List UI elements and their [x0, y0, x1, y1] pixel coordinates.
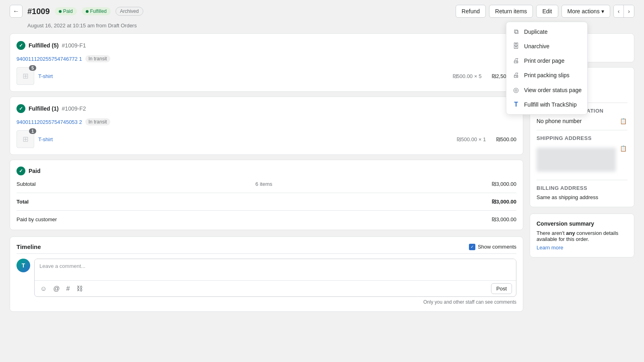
dropdown-item-view-status[interactable]: ◎ View order status page [506, 82, 587, 97]
show-comments-toggle[interactable]: ✓ Show comments [469, 244, 516, 250]
fulfillment-2-product-row: ⊞ 1 T-shirt ₪500.00 × 1 ₪500.00 [17, 130, 516, 148]
phone-number-text: No phone number [537, 118, 582, 124]
only-staff-note: Only you and other staff can see comment… [34, 299, 516, 305]
fulfilled-badge: Fulfilled [82, 7, 111, 15]
refund-button[interactable]: Refund [456, 5, 486, 18]
comment-box: ☺ @ # ⛓ Post [34, 259, 516, 297]
paid-by-customer-row: Paid by customer ₪3,000.00 [17, 216, 516, 223]
dropdown-item-print-packing[interactable]: 🖨 Print packing slips [506, 68, 587, 82]
back-button[interactable]: ← [10, 5, 23, 18]
fulfillment-2-ref: #1009-F2 [62, 105, 86, 112]
fulfillment-card-1: ✓ Fulfilled (5) #1009-F1 ··· 94001112025… [10, 33, 523, 92]
fulfillment-2-tracking-row: 940011120255754745053 2 In transit [17, 118, 516, 125]
fulfillment-1-title: Fulfilled (5) #1009-F1 [29, 42, 86, 49]
shipping-address-blurred [537, 148, 616, 172]
comment-toolbar: ☺ @ # ⛓ Post [35, 280, 516, 296]
fulfillment-1-product-row: ⊞ 5 T-shirt ₪500.00 × 5 ₪2,500.00 [17, 67, 516, 85]
dropdown-item-trackship[interactable]: T Fullfill with TrackShip [506, 97, 587, 112]
comment-input[interactable] [35, 259, 516, 279]
top-bar-actions: Refund Return items Edit More actions ▾ … [456, 5, 634, 18]
user-avatar: T [17, 259, 30, 272]
fulfillment-1-product-info: T-shirt [38, 73, 449, 79]
timeline-header: Timeline ✓ Show comments [17, 243, 516, 254]
return-items-button[interactable]: Return items [489, 5, 533, 18]
fulfillment-2-product-thumb: ⊞ 1 [17, 130, 34, 148]
next-order-button[interactable]: › [624, 5, 634, 17]
fulfillment-1-tracking-row: 940011120255754746772 1 In transit [17, 55, 516, 62]
edit-button[interactable]: Edit [536, 5, 558, 18]
billing-address-same-text: Same as shipping address [537, 194, 627, 200]
copy-shipping-button[interactable]: 📋 [619, 144, 627, 152]
shipping-address-section-title: SHIPPING ADDRESS [537, 135, 627, 141]
duplicate-icon: ⧉ [512, 28, 520, 35]
comment-input-wrapper: ☺ @ # ⛓ Post Only you and other staff ca… [34, 259, 516, 305]
unarchive-icon: 🗄 [512, 43, 520, 50]
fulfilled-1-icon: ✓ [17, 41, 25, 50]
main-left-column: ✓ Fulfilled (5) #1009-F1 ··· 94001112025… [10, 33, 523, 352]
product-2-image-placeholder-icon: ⊞ [23, 135, 29, 144]
link-button[interactable]: ⛓ [75, 284, 85, 293]
fulfilled-2-icon: ✓ [17, 104, 25, 113]
timeline-card: Timeline ✓ Show comments T ☺ @ [10, 237, 523, 312]
contact-row: No phone number 📋 [537, 117, 627, 125]
fulfillment-2-total: ₪500.00 [496, 136, 516, 142]
fulfillment-2-quantity-badge: 1 [29, 128, 36, 134]
post-button[interactable]: Post [491, 283, 512, 294]
conversion-title: Conversion summary [537, 220, 627, 227]
dropdown-item-duplicate[interactable]: ⧉ Duplicate [506, 25, 587, 39]
fulfillment-2-title: Fulfilled (1) #1009-F2 [29, 105, 86, 112]
paid-amount: ₪3,000.00 [492, 216, 516, 222]
view-status-icon: ◎ [512, 86, 520, 94]
fulfillment-2-product-link[interactable]: T-shirt [38, 136, 53, 142]
trackship-icon: T [512, 101, 520, 108]
conversion-text: There aren't any conversion details avai… [537, 230, 627, 242]
conversion-card: Conversion summary There aren't any conv… [530, 214, 634, 257]
more-actions-dropdown: ⧉ Duplicate 🗄 Unarchive 🖨 Print order pa… [506, 22, 588, 115]
billing-address-section-title: BILLING ADDRESS [537, 185, 627, 191]
prev-order-button[interactable]: ‹ [614, 5, 624, 17]
fulfillment-1-quantity-badge: 5 [29, 65, 36, 71]
fulfillment-2-product-info: T-shirt [38, 136, 453, 142]
paid-badge: Paid [55, 7, 77, 15]
show-comments-label: Show comments [478, 244, 516, 250]
paid-dot [59, 10, 62, 13]
copy-contact-button[interactable]: 📋 [619, 117, 627, 125]
payment-title: Paid [29, 168, 41, 174]
fulfilled-dot [86, 10, 89, 13]
fulfillment-2-tracking-link[interactable]: 940011120255754745053 2 [17, 119, 82, 125]
more-actions-button[interactable]: More actions ▾ [561, 5, 610, 18]
subtotal-label: Subtotal [17, 181, 36, 187]
fulfillment-2-status-badge: In transit [85, 118, 110, 125]
chevron-down-icon: ▾ [601, 8, 604, 14]
fulfillment-card-2: ✓ Fulfilled (1) #1009-F2 ··· 94001112025… [10, 97, 523, 155]
hashtag-button[interactable]: # [65, 284, 72, 293]
nav-arrows: ‹ › [613, 5, 634, 18]
paid-label: Paid by customer [17, 216, 57, 222]
fulfillment-1-product-link[interactable]: T-shirt [38, 73, 53, 79]
print-packing-icon: 🖨 [512, 72, 520, 79]
subtotal-amount: ₪3,000.00 [492, 181, 516, 187]
payment-header: ✓ Paid [17, 167, 41, 175]
fulfillment-1-header: ✓ Fulfilled (5) #1009-F1 [17, 41, 86, 50]
learn-more-link[interactable]: Learn more [537, 245, 627, 251]
paid-icon: ✓ [17, 167, 25, 175]
payment-card: ✓ Paid Subtotal 6 items ₪3,000.00 Total … [10, 160, 523, 230]
order-title: #1009 [27, 7, 50, 16]
subtotal-row: Subtotal 6 items ₪3,000.00 [17, 180, 516, 188]
fulfillment-1-status-badge: In transit [85, 55, 110, 62]
print-order-icon: 🖨 [512, 57, 520, 64]
dropdown-item-print-order[interactable]: 🖨 Print order page [506, 53, 587, 68]
back-icon: ← [13, 8, 19, 15]
mention-button[interactable]: @ [52, 284, 61, 293]
fulfillment-1-tracking-link[interactable]: 940011120255754746772 1 [17, 56, 82, 62]
total-label: Total [17, 199, 29, 205]
emoji-button[interactable]: ☺ [39, 284, 48, 293]
payment-rows: Subtotal 6 items ₪3,000.00 Total ₪3,000.… [17, 180, 516, 223]
total-row: Total ₪3,000.00 [17, 198, 516, 206]
show-comments-checkbox[interactable]: ✓ [469, 244, 475, 250]
dropdown-item-unarchive[interactable]: 🗄 Unarchive [506, 39, 587, 53]
comment-area: T ☺ @ # ⛓ Post Only you an [17, 259, 516, 305]
fulfillment-1-ref: #1009-F1 [62, 42, 86, 49]
fulfillment-1-price: ₪500.00 × 5 [453, 73, 482, 79]
archived-badge: Archived [116, 7, 143, 16]
